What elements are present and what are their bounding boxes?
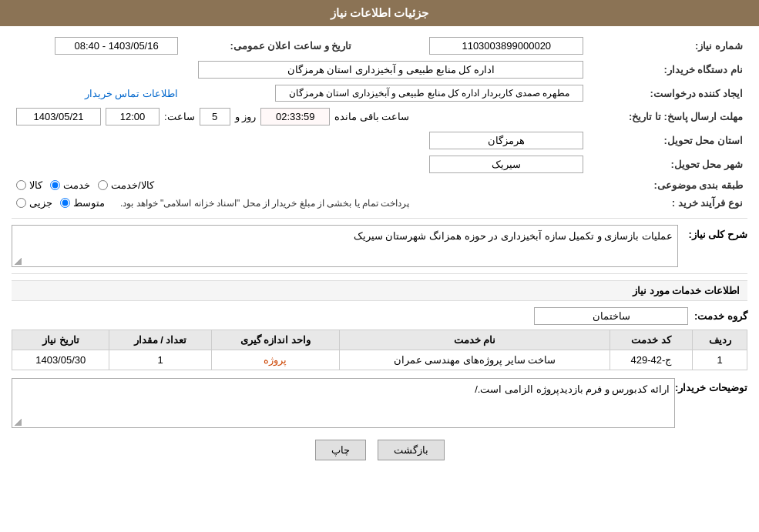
cell-unit: پروژه xyxy=(211,350,340,370)
buyer-org-value: اداره کل منابع طبیعی و آبخیزداری استان ه… xyxy=(198,61,583,79)
cell-code: ج-42-429 xyxy=(610,350,693,370)
remaining-days-label: روز و xyxy=(235,111,257,122)
response-time-value: 12:00 xyxy=(106,108,160,125)
purchase-jozi: جزیی xyxy=(16,197,52,209)
col-header-code: کد خدمت xyxy=(610,330,693,350)
col-header-name: نام خدمت xyxy=(340,330,610,350)
delivery-province-label: استان محل تحویل: xyxy=(588,129,747,152)
resize-handle xyxy=(14,257,22,265)
cell-qty: 1 xyxy=(109,350,211,370)
need-description-text: عملیات بازسازی و تکمیل سازه آبخیزداری در… xyxy=(354,230,673,242)
delivery-city-value: سیریک xyxy=(429,156,583,173)
response-date-value: 1403/05/21 xyxy=(16,108,101,125)
announce-datetime-value: 1403/05/16 - 08:40 xyxy=(55,37,178,55)
requester-label: ایجاد کننده درخواست: xyxy=(588,82,747,105)
delivery-province-value: هرمزگان xyxy=(429,132,583,149)
back-button[interactable]: بازگشت xyxy=(378,440,445,460)
buyer-org-label: نام دستگاه خریدار: xyxy=(588,58,747,82)
need-number-label: شماره نیاز: xyxy=(588,34,747,58)
services-table: ردیف کد خدمت نام خدمت واحد اندازه گیری ت… xyxy=(12,330,747,370)
cell-date: 1403/05/30 xyxy=(12,350,109,370)
category-kala-khedmat: کالا/خدمت xyxy=(98,179,154,191)
buyer-desc-box: ارائه کدبورس و فرم بازدیدپروژه الزامی اس… xyxy=(12,378,675,428)
purchase-motevaset: متوسط xyxy=(60,197,105,209)
group-value: ساختمان xyxy=(534,307,688,325)
category-khedmat: خدمت xyxy=(50,179,90,191)
buttons-row: بازگشت چاپ xyxy=(12,440,747,460)
col-header-date: تاریخ نیاز xyxy=(12,330,109,350)
remaining-days-value: 5 xyxy=(200,108,230,125)
page-title: جزئیات اطلاعات نیاز xyxy=(331,6,428,19)
need-description-label: شرح کلی نیاز: xyxy=(678,225,747,240)
contact-info-link[interactable]: اطلاعات تماس خریدار xyxy=(85,88,178,99)
remaining-time-label: ساعت باقی مانده xyxy=(334,111,409,122)
category-kala: کالا xyxy=(16,179,42,191)
need-number-value: 1103003899000020 xyxy=(429,37,583,55)
purchase-type-label: نوع فرآیند خرید : xyxy=(588,194,747,212)
col-header-qty: تعداد / مقدار xyxy=(109,330,211,350)
category-label: طبقه بندی موضوعی: xyxy=(588,176,747,194)
col-header-row: ردیف xyxy=(693,330,747,350)
col-header-unit: واحد اندازه گیری xyxy=(211,330,340,350)
buyer-desc-text: ارائه کدبورس و فرم بازدیدپروژه الزامی اس… xyxy=(475,383,670,395)
response-time-label: ساعت: xyxy=(164,111,195,122)
resize-handle-2 xyxy=(14,418,22,426)
print-button[interactable]: چاپ xyxy=(315,440,366,460)
requester-value: مطهره صمدی کاربردار اداره کل منابع طبیعی… xyxy=(275,85,583,102)
buyer-desc-label: توضیحات خریدار: xyxy=(675,378,747,393)
group-label: گروه خدمت: xyxy=(694,310,747,322)
announce-datetime-label: تاریخ و ساعت اعلان عمومی: xyxy=(183,34,356,58)
delivery-city-label: شهر محل تحویل: xyxy=(588,152,747,176)
cell-row: 1 xyxy=(693,350,747,370)
services-section-title: اطلاعات خدمات مورد نیاز xyxy=(12,280,747,301)
cell-name: ساخت سایر پروژه‌های مهندسی عمران xyxy=(340,350,610,370)
purchase-notice: پرداخت تمام یا بخشی از مبلغ خریدار از مح… xyxy=(120,198,409,209)
need-description-box: عملیات بازسازی و تکمیل سازه آبخیزداری در… xyxy=(12,225,678,267)
remaining-time-value: 02:33:59 xyxy=(260,108,330,125)
response-deadline-label: مهلت ارسال پاسخ: تا تاریخ: xyxy=(588,105,747,129)
table-row: 1 ج-42-429 ساخت سایر پروژه‌های مهندسی عم… xyxy=(12,350,747,370)
page-header: جزئیات اطلاعات نیاز xyxy=(0,0,759,26)
